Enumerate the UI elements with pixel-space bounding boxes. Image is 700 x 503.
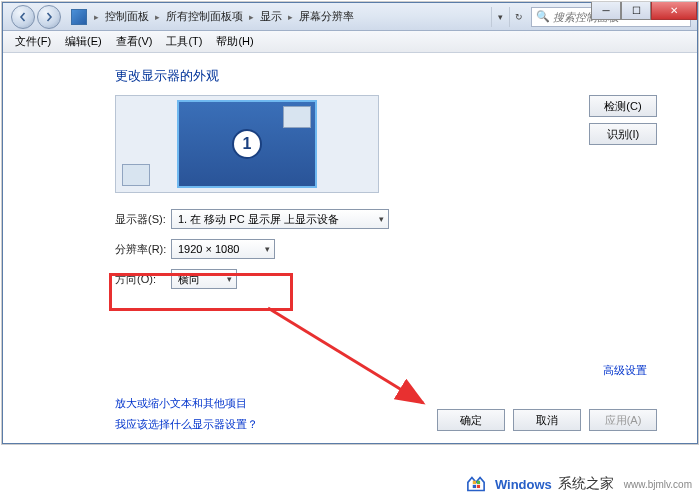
chevron-right-icon: ▸ [93, 12, 100, 22]
chevron-right-icon: ▸ [248, 12, 255, 22]
close-button[interactable]: ✕ [651, 2, 697, 20]
menubar: 文件(F) 编辑(E) 查看(V) 工具(T) 帮助(H) [3, 31, 697, 53]
resolution-value: 1920 × 1080 [178, 243, 239, 255]
address-dropdown-button[interactable]: ▾ [491, 7, 509, 27]
maximize-button[interactable]: ☐ [621, 2, 651, 20]
display-select[interactable]: 1. 在 移动 PC 显示屏 上显示设备 [171, 209, 389, 229]
crumb-all-items[interactable]: 所有控制面板项 [163, 8, 246, 25]
identify-button[interactable]: 识别(I) [589, 123, 657, 145]
detect-button[interactable]: 检测(C) [589, 95, 657, 117]
watermark-brand: Windows [495, 477, 552, 492]
menu-view[interactable]: 查看(V) [110, 32, 159, 51]
scale-text-link[interactable]: 放大或缩小文本和其他项目 [115, 393, 258, 414]
display-label: 显示器(S): [115, 212, 171, 227]
monitor-primary[interactable]: 1 [177, 100, 317, 188]
refresh-button[interactable]: ↻ [509, 7, 527, 27]
crumb-display[interactable]: 显示 [257, 8, 285, 25]
monitor-number: 1 [232, 129, 262, 159]
svg-rect-2 [473, 481, 476, 484]
monitor-window-icon [283, 106, 311, 128]
svg-rect-3 [477, 481, 480, 484]
menu-file[interactable]: 文件(F) [9, 32, 57, 51]
crumb-control-panel[interactable]: 控制面板 [102, 8, 152, 25]
display-value: 1. 在 移动 PC 显示屏 上显示设备 [178, 212, 339, 227]
search-icon: 🔍 [536, 10, 550, 23]
orientation-value: 横向 [178, 272, 200, 287]
svg-rect-5 [477, 485, 480, 488]
watermark-url: www.bjmlv.com [624, 479, 692, 490]
minimize-button[interactable]: ─ [591, 2, 621, 20]
which-settings-link[interactable]: 我应该选择什么显示器设置？ [115, 414, 258, 435]
chevron-right-icon: ▸ [154, 12, 161, 22]
back-button[interactable] [11, 5, 35, 29]
monitor-thumbnail [122, 164, 150, 186]
menu-help[interactable]: 帮助(H) [210, 32, 259, 51]
chevron-right-icon: ▸ [287, 12, 294, 22]
watermark: Windows 系统之家 www.bjmlv.com [463, 471, 692, 497]
titlebar: ▸ 控制面板 ▸ 所有控制面板项 ▸ 显示 ▸ 屏幕分辨率 ▾ ↻ 🔍 ─ ☐ … [3, 3, 697, 31]
resolution-label: 分辨率(R): [115, 242, 171, 257]
ok-button[interactable]: 确定 [437, 409, 505, 431]
watermark-suffix: 系统之家 [558, 475, 614, 493]
windows-logo-icon [463, 471, 489, 497]
apply-button[interactable]: 应用(A) [589, 409, 657, 431]
cancel-button[interactable]: 取消 [513, 409, 581, 431]
control-panel-window: ▸ 控制面板 ▸ 所有控制面板项 ▸ 显示 ▸ 屏幕分辨率 ▾ ↻ 🔍 ─ ☐ … [2, 2, 698, 444]
orientation-label: 方向(O): [115, 272, 171, 287]
svg-rect-4 [473, 485, 476, 488]
resolution-select[interactable]: 1920 × 1080 [171, 239, 275, 259]
forward-button[interactable] [37, 5, 61, 29]
page-heading: 更改显示器的外观 [115, 67, 667, 85]
address-icon [71, 9, 87, 25]
crumb-resolution[interactable]: 屏幕分辨率 [296, 8, 357, 25]
breadcrumb: ▸ 控制面板 ▸ 所有控制面板项 ▸ 显示 ▸ 屏幕分辨率 [93, 8, 357, 25]
monitor-preview[interactable]: 1 [115, 95, 379, 193]
content-area: 更改显示器的外观 1 检测(C) 识别(I) 显示器(S): 1. 在 移动 P… [3, 53, 697, 443]
menu-tools[interactable]: 工具(T) [160, 32, 208, 51]
orientation-select[interactable]: 横向 [171, 269, 237, 289]
advanced-settings-link[interactable]: 高级设置 [603, 363, 647, 378]
menu-edit[interactable]: 编辑(E) [59, 32, 108, 51]
